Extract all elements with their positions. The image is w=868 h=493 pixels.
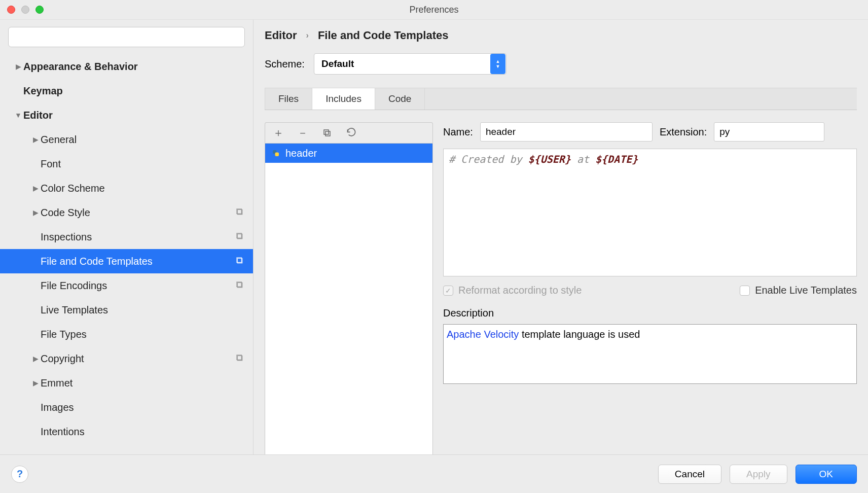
enable-live-templates-checkbox[interactable] — [740, 286, 750, 296]
enable-live-templates-label: Enable Live Templates — [755, 285, 857, 296]
sidebar-item-intentions[interactable]: Intentions — [0, 419, 253, 444]
copy-template-icon[interactable] — [321, 127, 333, 139]
breadcrumb-root: Editor — [265, 29, 297, 42]
help-button[interactable]: ? — [11, 466, 28, 483]
apply-button: Apply — [730, 465, 787, 484]
sidebar-item-file-types[interactable]: File Types — [0, 322, 253, 346]
tab-code[interactable]: Code — [375, 88, 425, 110]
window-title: Preferences — [0, 5, 868, 15]
sidebar-item-color-scheme[interactable]: ▶Color Scheme — [0, 176, 253, 200]
sidebar-item-inspections[interactable]: Inspections — [0, 225, 253, 249]
sidebar-item-copyright[interactable]: ▶Copyright — [0, 346, 253, 371]
name-label: Name: — [443, 126, 473, 138]
sidebar-item-label: Font — [41, 158, 253, 170]
cancel-button[interactable]: Cancel — [658, 465, 721, 484]
add-template-icon[interactable]: ＋ — [272, 127, 284, 139]
sidebar-item-label: General — [41, 134, 253, 146]
sidebar-item-appearance-behavior[interactable]: ▶Appearance & Behavior — [0, 54, 253, 79]
sidebar-item-emmet[interactable]: ▶Emmet — [0, 371, 253, 395]
sidebar-item-editor[interactable]: ▼Editor — [0, 103, 253, 127]
sidebar-item-font[interactable]: Font — [0, 152, 253, 176]
template-list-item[interactable]: header — [265, 144, 432, 163]
project-scheme-icon — [236, 280, 244, 292]
chevron-right-icon: ▶ — [30, 184, 41, 192]
description-text: template language is used — [519, 329, 640, 340]
name-input[interactable] — [480, 122, 653, 142]
chevron-right-icon: ▶ — [30, 379, 41, 387]
template-list-panel: ＋ － header — [265, 122, 433, 485]
sidebar-item-label: Emmet — [41, 377, 253, 389]
sidebar-item-label: Images — [41, 402, 253, 413]
scheme-value: Default — [314, 58, 490, 69]
sidebar-item-images[interactable]: Images — [0, 395, 253, 419]
project-scheme-icon — [236, 256, 244, 267]
preferences-tree: ▶Appearance & BehaviorKeymap▼Editor▶Gene… — [0, 54, 253, 493]
project-scheme-icon — [236, 353, 244, 365]
sidebar-item-label: File and Code Templates — [41, 256, 253, 267]
svg-rect-13 — [324, 130, 329, 134]
tab-includes[interactable]: Includes — [312, 88, 375, 110]
tab-files[interactable]: Files — [265, 88, 312, 110]
chevron-right-icon: ▶ — [13, 62, 23, 71]
revert-template-icon[interactable] — [345, 127, 357, 139]
svg-rect-15 — [275, 153, 279, 157]
sidebar-item-label: Color Scheme — [41, 183, 253, 194]
scheme-label: Scheme: — [265, 58, 305, 70]
chevron-right-icon: ▶ — [30, 355, 41, 363]
chevron-right-icon: ▶ — [30, 208, 41, 217]
extension-label: Extension: — [660, 126, 707, 138]
breadcrumb-page: File and Code Templates — [318, 29, 449, 42]
sidebar-item-label: Copyright — [41, 353, 253, 365]
apache-velocity-link[interactable]: Apache Velocity — [447, 329, 519, 340]
titlebar: Preferences — [0, 0, 868, 19]
sidebar-item-file-and-code-templates[interactable]: File and Code Templates — [0, 249, 253, 273]
chevron-down-icon: ▼ — [13, 111, 23, 119]
remove-template-icon[interactable]: － — [297, 127, 309, 139]
template-code-editor[interactable]: # Created by ${USER} at ${DATE} — [443, 149, 857, 276]
reformat-label: Reformat according to style — [458, 285, 582, 296]
dialog-footer: ? Cancel Apply OK — [0, 454, 868, 493]
sidebar-item-label: File Types — [41, 329, 253, 340]
project-scheme-icon — [236, 231, 244, 243]
breadcrumb: Editor › File and Code Templates — [265, 29, 857, 42]
sidebar-item-general[interactable]: ▶General — [0, 127, 253, 152]
project-scheme-icon — [236, 207, 244, 219]
description-label: Description — [443, 307, 857, 319]
sidebar-item-keymap[interactable]: Keymap — [0, 79, 253, 103]
template-item-label: header — [285, 148, 317, 159]
dropdown-arrows-icon: ▲▼ — [490, 54, 505, 74]
ok-button[interactable]: OK — [795, 465, 857, 484]
sidebar-item-label: File Encodings — [41, 280, 253, 292]
python-file-icon — [271, 149, 280, 158]
scheme-select[interactable]: Default ▲▼ — [314, 53, 507, 75]
sidebar-item-code-style[interactable]: ▶Code Style — [0, 200, 253, 225]
search-input[interactable] — [8, 27, 245, 47]
sidebar-item-label: Keymap — [23, 85, 253, 97]
sidebar-item-live-templates[interactable]: Live Templates — [0, 298, 253, 322]
description-box: Apache Velocity template language is use… — [443, 324, 857, 384]
sidebar-item-label: Live Templates — [41, 304, 253, 316]
content-area: Editor › File and Code Templates Scheme:… — [254, 20, 868, 493]
sidebar-item-label: Appearance & Behavior — [23, 61, 253, 73]
sidebar: ▶Appearance & BehaviorKeymap▼Editor▶Gene… — [0, 20, 254, 493]
svg-rect-12 — [326, 131, 330, 136]
sidebar-item-label: Editor — [23, 110, 253, 121]
sidebar-item-file-encodings[interactable]: File Encodings — [0, 273, 253, 298]
sidebar-item-label: Intentions — [41, 426, 253, 438]
sidebar-item-label: Code Style — [41, 207, 253, 219]
chevron-right-icon: ▶ — [30, 135, 41, 144]
reformat-checkbox: ✓ — [443, 286, 453, 296]
extension-input[interactable] — [714, 122, 824, 142]
tabs: FilesIncludesCode — [265, 88, 857, 110]
sidebar-item-label: Inspections — [41, 231, 253, 243]
chevron-right-icon: › — [306, 31, 309, 40]
